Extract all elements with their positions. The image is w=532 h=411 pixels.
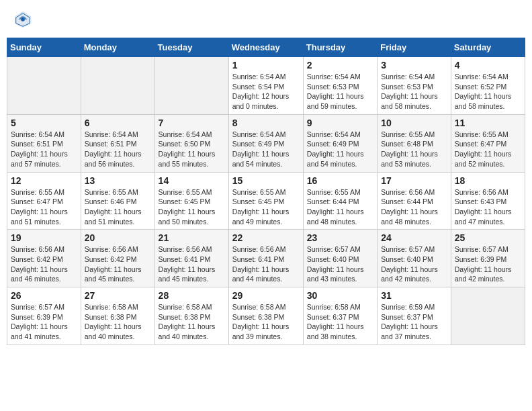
day-info: Sunrise: 6:54 AMSunset: 6:51 PMDaylight:…: [85, 130, 151, 169]
calendar-cell: 18Sunrise: 6:56 AMSunset: 6:43 PMDayligh…: [451, 172, 525, 230]
day-info: Sunrise: 6:56 AMSunset: 6:44 PMDaylight:…: [381, 187, 447, 227]
day-number: 8: [232, 118, 300, 128]
day-number: 18: [455, 175, 521, 186]
calendar-cell: 20Sunrise: 6:56 AMSunset: 6:42 PMDayligh…: [81, 230, 154, 287]
day-number: 24: [381, 232, 447, 243]
calendar-cell: 26Sunrise: 6:57 AMSunset: 6:39 PMDayligh…: [7, 287, 81, 345]
day-number: 17: [381, 175, 447, 186]
calendar-cell: 27Sunrise: 6:58 AMSunset: 6:38 PMDayligh…: [81, 287, 154, 345]
day-number: 16: [307, 175, 373, 186]
day-info: Sunrise: 6:55 AMSunset: 6:45 PMDaylight:…: [159, 187, 225, 227]
calendar-cell: 22Sunrise: 6:56 AMSunset: 6:41 PMDayligh…: [228, 230, 303, 287]
calendar-cell: 1Sunrise: 6:54 AMSunset: 6:54 PMDaylight…: [228, 57, 303, 115]
calendar-cell: 17Sunrise: 6:56 AMSunset: 6:44 PMDayligh…: [378, 172, 451, 230]
day-info: Sunrise: 6:56 AMSunset: 6:42 PMDaylight:…: [85, 244, 151, 284]
day-number: 6: [85, 118, 151, 128]
day-info: Sunrise: 6:57 AMSunset: 6:40 PMDaylight:…: [381, 244, 447, 284]
day-info: Sunrise: 6:54 AMSunset: 6:50 PMDaylight:…: [159, 130, 225, 169]
calendar-cell: [154, 57, 228, 115]
day-number: 1: [232, 60, 300, 71]
calendar-table: SundayMondayTuesdayWednesdayThursdayFrid…: [7, 38, 525, 345]
day-info: Sunrise: 6:58 AMSunset: 6:38 PMDaylight:…: [85, 302, 151, 342]
calendar-week-row: 5Sunrise: 6:54 AMSunset: 6:51 PMDaylight…: [7, 114, 525, 172]
day-number: 4: [455, 60, 521, 71]
day-info: Sunrise: 6:57 AMSunset: 6:39 PMDaylight:…: [455, 244, 521, 284]
day-info: Sunrise: 6:59 AMSunset: 6:37 PMDaylight:…: [381, 302, 447, 342]
calendar-cell: 12Sunrise: 6:55 AMSunset: 6:47 PMDayligh…: [7, 172, 81, 230]
day-number: 26: [11, 290, 77, 301]
day-info: Sunrise: 6:55 AMSunset: 6:47 PMDaylight:…: [455, 130, 521, 169]
weekday-header-wednesday: Wednesday: [228, 38, 303, 57]
day-number: 10: [381, 118, 447, 128]
calendar-week-row: 1Sunrise: 6:54 AMSunset: 6:54 PMDaylight…: [7, 57, 525, 115]
calendar-header: SundayMondayTuesdayWednesdayThursdayFrid…: [7, 38, 525, 57]
day-info: Sunrise: 6:54 AMSunset: 6:51 PMDaylight:…: [11, 130, 77, 169]
calendar-cell: 21Sunrise: 6:56 AMSunset: 6:41 PMDayligh…: [154, 230, 228, 287]
day-info: Sunrise: 6:54 AMSunset: 6:54 PMDaylight:…: [232, 72, 300, 111]
calendar-week-row: 26Sunrise: 6:57 AMSunset: 6:39 PMDayligh…: [7, 287, 525, 345]
day-number: 20: [85, 232, 151, 243]
day-number: 14: [159, 175, 225, 186]
calendar-cell: 8Sunrise: 6:54 AMSunset: 6:49 PMDaylight…: [228, 114, 303, 172]
day-number: 25: [455, 232, 521, 243]
calendar-cell: 5Sunrise: 6:54 AMSunset: 6:51 PMDaylight…: [7, 114, 81, 172]
day-info: Sunrise: 6:55 AMSunset: 6:48 PMDaylight:…: [381, 130, 447, 169]
day-number: 30: [307, 290, 373, 301]
day-number: 9: [307, 118, 373, 128]
day-number: 31: [381, 290, 447, 301]
day-number: 21: [159, 232, 225, 243]
calendar-body: 1Sunrise: 6:54 AMSunset: 6:54 PMDaylight…: [7, 57, 525, 345]
calendar-cell: 4Sunrise: 6:54 AMSunset: 6:52 PMDaylight…: [451, 57, 525, 115]
day-number: 3: [381, 60, 447, 71]
day-number: 5: [11, 118, 77, 128]
calendar-cell: 14Sunrise: 6:55 AMSunset: 6:45 PMDayligh…: [154, 172, 228, 230]
day-info: Sunrise: 6:55 AMSunset: 6:44 PMDaylight:…: [307, 187, 373, 227]
day-info: Sunrise: 6:55 AMSunset: 6:46 PMDaylight:…: [85, 187, 151, 227]
page-header: [7, 7, 525, 32]
calendar-week-row: 19Sunrise: 6:56 AMSunset: 6:42 PMDayligh…: [7, 230, 525, 287]
weekday-header-sunday: Sunday: [7, 38, 81, 57]
day-info: Sunrise: 6:55 AMSunset: 6:47 PMDaylight:…: [11, 187, 77, 227]
calendar-cell: 23Sunrise: 6:57 AMSunset: 6:40 PMDayligh…: [303, 230, 377, 287]
calendar-cell: 9Sunrise: 6:54 AMSunset: 6:49 PMDaylight…: [303, 114, 377, 172]
calendar-week-row: 12Sunrise: 6:55 AMSunset: 6:47 PMDayligh…: [7, 172, 525, 230]
weekday-header-tuesday: Tuesday: [154, 38, 228, 57]
day-info: Sunrise: 6:56 AMSunset: 6:41 PMDaylight:…: [159, 244, 225, 284]
calendar-cell: 11Sunrise: 6:55 AMSunset: 6:47 PMDayligh…: [451, 114, 525, 172]
day-number: 29: [232, 290, 300, 301]
day-info: Sunrise: 6:56 AMSunset: 6:41 PMDaylight:…: [232, 244, 300, 284]
day-info: Sunrise: 6:54 AMSunset: 6:53 PMDaylight:…: [381, 72, 447, 111]
weekday-header-row: SundayMondayTuesdayWednesdayThursdayFrid…: [7, 38, 525, 57]
day-number: 13: [85, 175, 151, 186]
calendar-cell: [7, 57, 81, 115]
day-number: 15: [232, 175, 300, 186]
day-info: Sunrise: 6:57 AMSunset: 6:39 PMDaylight:…: [11, 302, 77, 342]
day-number: 23: [307, 232, 373, 243]
logo: [13, 10, 35, 29]
day-number: 28: [159, 290, 225, 301]
day-info: Sunrise: 6:57 AMSunset: 6:40 PMDaylight:…: [307, 244, 373, 284]
calendar-cell: 13Sunrise: 6:55 AMSunset: 6:46 PMDayligh…: [81, 172, 154, 230]
day-number: 7: [159, 118, 225, 128]
calendar-cell: 16Sunrise: 6:55 AMSunset: 6:44 PMDayligh…: [303, 172, 377, 230]
day-number: 19: [11, 232, 77, 243]
day-number: 2: [307, 60, 373, 71]
day-info: Sunrise: 6:55 AMSunset: 6:45 PMDaylight:…: [232, 187, 300, 227]
weekday-header-monday: Monday: [81, 38, 154, 57]
calendar-cell: [81, 57, 154, 115]
weekday-header-friday: Friday: [378, 38, 451, 57]
calendar-cell: 3Sunrise: 6:54 AMSunset: 6:53 PMDaylight…: [378, 57, 451, 115]
day-number: 22: [232, 232, 300, 243]
calendar-cell: 7Sunrise: 6:54 AMSunset: 6:50 PMDaylight…: [154, 114, 228, 172]
calendar-cell: 24Sunrise: 6:57 AMSunset: 6:40 PMDayligh…: [378, 230, 451, 287]
calendar-cell: 30Sunrise: 6:58 AMSunset: 6:37 PMDayligh…: [303, 287, 377, 345]
calendar-cell: 15Sunrise: 6:55 AMSunset: 6:45 PMDayligh…: [228, 172, 303, 230]
day-number: 11: [455, 118, 521, 128]
calendar-cell: 6Sunrise: 6:54 AMSunset: 6:51 PMDaylight…: [81, 114, 154, 172]
day-info: Sunrise: 6:54 AMSunset: 6:52 PMDaylight:…: [455, 72, 521, 111]
day-info: Sunrise: 6:54 AMSunset: 6:49 PMDaylight:…: [232, 130, 300, 169]
day-number: 12: [11, 175, 77, 186]
day-info: Sunrise: 6:56 AMSunset: 6:42 PMDaylight:…: [11, 244, 77, 284]
calendar-cell: 2Sunrise: 6:54 AMSunset: 6:53 PMDaylight…: [303, 57, 377, 115]
svg-point-2: [21, 17, 25, 21]
